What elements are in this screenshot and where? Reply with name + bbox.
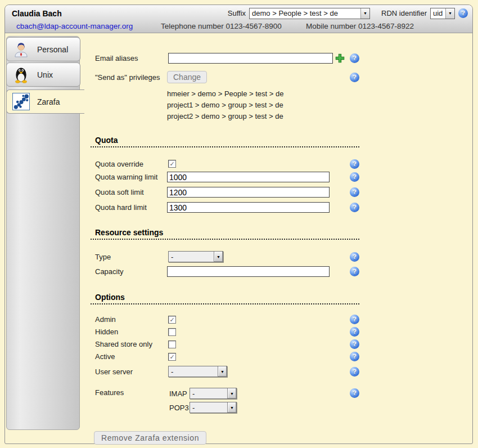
send-as-label: "Send as" privileges xyxy=(91,73,167,82)
suffix-label: Suffix xyxy=(228,9,246,17)
account-name: Claudia Bach xyxy=(12,9,62,18)
type-select[interactable]: - ▼ xyxy=(168,251,223,262)
pop3-select-value: - xyxy=(190,402,227,413)
mobile-number: Mobile number 0123-4567-8922 xyxy=(306,22,414,30)
help-icon[interactable]: ? xyxy=(350,203,359,212)
chevron-down-icon[interactable]: ▼ xyxy=(218,366,227,377)
active-label: Active xyxy=(91,352,167,361)
zarafa-settings-form: Email aliases ? "Send as" privileges Cha… xyxy=(91,38,359,445)
imap-select[interactable]: - ▼ xyxy=(190,388,237,399)
person-icon xyxy=(12,41,30,58)
quota-override-checkbox[interactable]: ✓ xyxy=(168,160,176,168)
zarafa-icon xyxy=(12,93,30,110)
hidden-checkbox[interactable] xyxy=(168,328,176,336)
quota-hard-limit-input[interactable] xyxy=(167,202,330,213)
tab-zarafa[interactable]: Zarafa xyxy=(6,89,84,114)
help-icon[interactable]: ? xyxy=(350,327,359,337)
help-icon[interactable]: ? xyxy=(350,73,359,82)
pop3-label: POP3 xyxy=(167,404,190,412)
change-send-as-button[interactable]: Change xyxy=(167,71,207,83)
features-label: Features xyxy=(91,388,167,397)
suffix-select[interactable]: demo > People > test > de ▼ xyxy=(249,8,370,19)
capacity-label: Capacity xyxy=(91,267,167,276)
help-icon[interactable]: ? xyxy=(350,172,359,182)
help-icon[interactable]: ? xyxy=(350,159,359,169)
admin-checkbox[interactable]: ✓ xyxy=(168,316,176,324)
send-as-entry: project1 > demo > group > test > de xyxy=(167,100,359,111)
email-aliases-label: Email aliases xyxy=(91,54,167,62)
imap-select-value: - xyxy=(190,388,227,398)
rdn-identifier-label: RDN identifier xyxy=(381,9,427,17)
admin-label: Admin xyxy=(91,315,167,324)
user-server-select[interactable]: - ▼ xyxy=(168,366,227,377)
capacity-input[interactable] xyxy=(167,266,330,277)
remove-zarafa-extension-button[interactable]: Remove Zarafa extension xyxy=(94,431,206,445)
help-icon[interactable]: ? xyxy=(350,352,359,361)
add-icon[interactable] xyxy=(335,53,345,63)
rdn-select-value: uid xyxy=(431,8,445,19)
type-label: Type xyxy=(91,253,167,261)
active-checkbox[interactable]: ✓ xyxy=(168,353,176,361)
account-edit-window: Claudia Bach Suffix demo > People > test… xyxy=(4,5,473,444)
send-as-entry: project2 > demo > group > test > de xyxy=(167,111,359,122)
pop3-select[interactable]: - ▼ xyxy=(190,402,237,413)
suffix-select-value: demo > People > test > de xyxy=(250,8,360,19)
shared-store-only-checkbox[interactable] xyxy=(168,341,176,348)
chevron-down-icon[interactable]: ▼ xyxy=(227,402,236,413)
help-icon[interactable]: ? xyxy=(350,315,359,324)
tab-unix[interactable]: Unix xyxy=(6,62,80,87)
quota-soft-limit-label: Quota soft limit xyxy=(91,188,167,196)
section-resource-title: Resource settings xyxy=(91,228,359,240)
help-icon[interactable]: ? xyxy=(458,8,468,18)
help-icon[interactable]: ? xyxy=(350,367,359,377)
chevron-down-icon[interactable]: ▼ xyxy=(360,8,369,19)
chevron-down-icon[interactable]: ▼ xyxy=(227,388,236,398)
rdn-identifier-select[interactable]: uid ▼ xyxy=(430,8,455,19)
help-icon[interactable]: ? xyxy=(350,187,359,197)
account-email-link[interactable]: cbach@ldap-account-manager.org xyxy=(16,22,133,30)
help-icon[interactable]: ? xyxy=(350,53,359,63)
help-icon[interactable]: ? xyxy=(350,339,359,349)
tab-personal[interactable]: Personal xyxy=(6,37,80,61)
email-aliases-input[interactable] xyxy=(168,53,333,64)
telephone-number: Telephone number 0123-4567-8900 xyxy=(161,22,282,30)
type-select-value: - xyxy=(169,252,214,262)
tab-zarafa-label: Zarafa xyxy=(37,97,60,106)
user-server-label: User server xyxy=(91,368,167,376)
shared-store-only-label: Shared store only xyxy=(91,340,167,348)
help-icon[interactable]: ? xyxy=(350,388,359,398)
quota-hard-limit-label: Quota hard limit xyxy=(91,203,167,212)
help-icon[interactable]: ? xyxy=(350,252,359,262)
section-options-title: Options xyxy=(91,293,359,304)
chevron-down-icon[interactable]: ▼ xyxy=(445,8,454,19)
imap-label: IMAP xyxy=(167,389,190,398)
quota-warning-limit-input[interactable] xyxy=(167,172,330,182)
tab-unix-label: Unix xyxy=(37,70,53,79)
help-icon[interactable]: ? xyxy=(350,267,359,276)
titlebar: Claudia Bach Suffix demo > People > test… xyxy=(5,5,472,33)
tab-personal-label: Personal xyxy=(37,45,68,54)
send-as-list: hmeier > demo > People > test > de proje… xyxy=(167,88,359,122)
section-quota-title: Quota xyxy=(91,136,359,147)
user-server-select-value: - xyxy=(169,366,218,377)
send-as-entry: hmeier > demo > People > test > de xyxy=(167,88,359,100)
quota-soft-limit-input[interactable] xyxy=(167,187,330,198)
hidden-label: Hidden xyxy=(91,328,167,336)
chevron-down-icon[interactable]: ▼ xyxy=(214,252,223,262)
quota-override-label: Quota override xyxy=(91,160,167,168)
quota-warning-limit-label: Quota warning limit xyxy=(91,173,167,181)
tux-icon xyxy=(12,66,30,83)
